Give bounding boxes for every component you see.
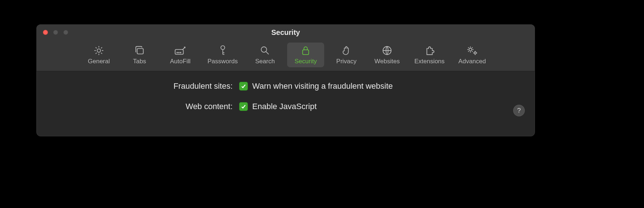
window-minimize-button[interactable] — [53, 30, 58, 35]
puzzle-icon — [423, 45, 436, 56]
tab-search[interactable]: Search — [246, 43, 283, 67]
tab-label: Tabs — [133, 58, 146, 65]
tabs-icon — [133, 45, 146, 56]
help-button[interactable]: ? — [513, 105, 525, 116]
tab-passwords[interactable]: Passwords — [202, 43, 243, 67]
svg-rect-8 — [303, 50, 309, 55]
svg-point-7 — [261, 47, 267, 52]
svg-point-0 — [97, 49, 100, 52]
checkbox-group-webcontent[interactable]: Enable JavaScript — [239, 102, 317, 111]
gear-icon — [92, 45, 105, 56]
traffic-lights — [36, 30, 68, 35]
tab-security[interactable]: Security — [287, 43, 324, 67]
window-close-button[interactable] — [43, 30, 48, 35]
tab-advanced[interactable]: Advanced — [453, 43, 491, 67]
checkbox-label: Warn when visiting a fraudulent website — [252, 81, 393, 91]
preferences-window: Security General Tabs AutoFill Passwords — [36, 24, 535, 136]
tab-label: Advanced — [458, 58, 486, 65]
tab-label: AutoFill — [170, 58, 191, 65]
tab-label: Websites — [374, 58, 400, 65]
group-label-fraudulent: Fraudulent sites: — [47, 81, 239, 91]
window-title: Security — [36, 28, 535, 37]
setting-row-fraudulent: Fraudulent sites: Warn when visiting a f… — [47, 81, 524, 91]
svg-rect-2 — [175, 49, 184, 54]
preferences-toolbar: General Tabs AutoFill Passwords Search — [36, 40, 535, 71]
tab-label: General — [88, 58, 110, 65]
tab-websites[interactable]: Websites — [369, 43, 406, 67]
svg-point-10 — [469, 48, 472, 51]
tab-autofill[interactable]: AutoFill — [162, 43, 199, 67]
lock-icon — [299, 45, 312, 56]
svg-point-3 — [177, 52, 178, 53]
svg-point-11 — [474, 52, 476, 54]
help-label: ? — [517, 107, 521, 115]
svg-rect-1 — [137, 48, 143, 54]
globe-icon — [381, 45, 394, 56]
tab-general[interactable]: General — [80, 43, 117, 67]
setting-row-webcontent: Web content: Enable JavaScript — [47, 102, 524, 111]
autofill-icon — [174, 45, 187, 56]
tab-label: Privacy — [336, 58, 357, 65]
window-maximize-button[interactable] — [63, 30, 68, 35]
group-label-webcontent: Web content: — [47, 102, 239, 111]
search-icon — [258, 45, 271, 56]
checkbox-label: Enable JavaScript — [252, 102, 317, 111]
svg-point-6 — [221, 46, 225, 50]
checkbox-webcontent[interactable] — [239, 102, 248, 111]
hand-icon — [340, 45, 353, 56]
tab-label: Security — [294, 58, 317, 65]
tab-extensions[interactable]: Extensions — [409, 43, 450, 67]
content-pane: Fraudulent sites: Warn when visiting a f… — [36, 71, 535, 122]
tab-label: Passwords — [208, 58, 238, 65]
checkbox-fraudulent[interactable] — [239, 82, 248, 91]
key-icon — [216, 45, 229, 56]
tab-tabs[interactable]: Tabs — [121, 43, 158, 67]
tab-privacy[interactable]: Privacy — [328, 43, 365, 67]
checkbox-group-fraudulent[interactable]: Warn when visiting a fraudulent website — [239, 81, 393, 91]
tab-label: Search — [255, 58, 275, 65]
svg-point-4 — [178, 52, 179, 53]
svg-point-5 — [180, 52, 181, 53]
titlebar: Security — [36, 24, 535, 40]
gears-icon — [466, 45, 479, 56]
tab-label: Extensions — [414, 58, 444, 65]
